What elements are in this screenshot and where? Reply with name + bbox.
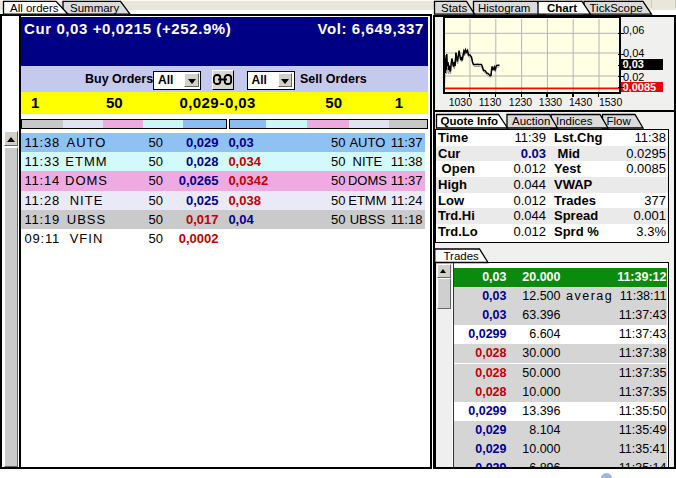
svg-text:Trades: Trades — [444, 250, 480, 262]
svg-text:Auction: Auction — [512, 115, 550, 127]
svg-text:Stats: Stats — [441, 2, 467, 14]
svg-text:Flow: Flow — [607, 115, 632, 127]
svg-text:All orders: All orders — [10, 2, 59, 14]
svg-text:Chart: Chart — [547, 2, 577, 14]
svg-text:Indices: Indices — [556, 115, 593, 127]
svg-text:Summary: Summary — [70, 2, 119, 14]
svg-text:Quote Info: Quote Info — [441, 115, 499, 127]
svg-text:TickScope: TickScope — [590, 2, 643, 14]
svg-text:Histogram: Histogram — [478, 2, 530, 14]
